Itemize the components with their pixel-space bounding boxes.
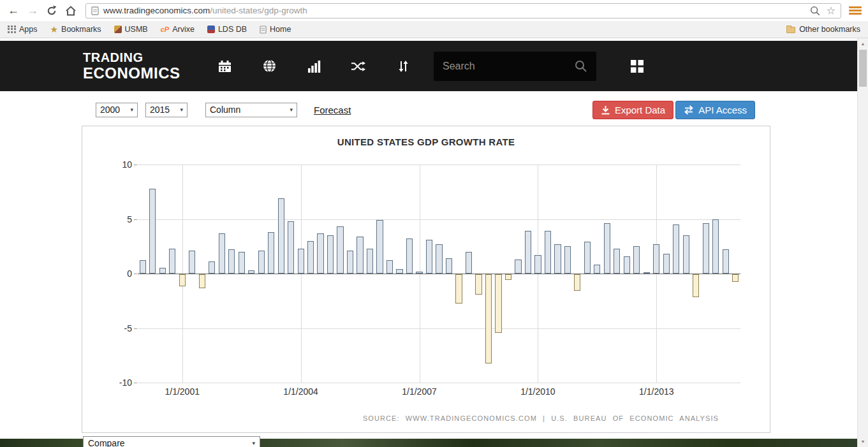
bookmark-arvixe[interactable]: cP Arvixe (161, 25, 195, 34)
bookmark-apps[interactable]: Apps (8, 25, 38, 34)
gdp-bar-2008-Q4[interactable] (485, 274, 492, 363)
compare-select[interactable]: Compare ▾ (83, 436, 260, 447)
gdp-bar-2014-Q1[interactable] (693, 274, 699, 297)
gdp-bar-2011-Q4[interactable] (604, 223, 610, 274)
gdp-bar-2006-Q3[interactable] (396, 269, 402, 274)
forecast-link[interactable]: Forecast (314, 105, 351, 115)
bookmark-star-icon[interactable]: ☆ (827, 6, 835, 16)
home-icon[interactable] (63, 3, 79, 19)
api-access-button[interactable]: API Access (675, 101, 755, 119)
gdp-bar-2012-Q3[interactable] (633, 246, 640, 274)
gdp-bar-2003-Q4[interactable] (288, 221, 294, 274)
gdp-bar-2001-Q4[interactable] (209, 261, 215, 274)
gdp-bar-2000-Q2[interactable] (149, 189, 156, 274)
action-buttons: Export Data API Access (592, 101, 755, 119)
search-icon[interactable] (575, 60, 587, 73)
calendar-icon[interactable] (217, 60, 232, 73)
url-text[interactable]: www.tradingeconomics.com/united-states/g… (103, 6, 804, 15)
gdp-bar-2013-Q2[interactable] (663, 254, 670, 274)
menu-icon[interactable] (848, 4, 863, 17)
bookmark-lds-db[interactable]: LDS DB (207, 25, 247, 34)
gdp-bar-2011-Q2[interactable] (584, 242, 591, 274)
gdp-bar-2000-Q3[interactable] (159, 268, 166, 274)
gdp-bar-2015-Q1[interactable] (732, 274, 739, 282)
bookmark-bookmarks[interactable]: ★ Bookmarks (50, 25, 101, 34)
gdp-bar-2006-Q1[interactable] (376, 220, 383, 274)
gdp-bar-2013-Q3[interactable] (673, 224, 679, 274)
gdp-bar-2009-Q4[interactable] (525, 231, 531, 274)
chart-type-value: Column (210, 105, 240, 115)
gdp-bar-2013-Q1[interactable] (653, 244, 659, 274)
start-year-select[interactable]: 2000 ▾ (96, 103, 138, 117)
forward-icon[interactable]: → (24, 3, 41, 19)
gdp-bar-2003-Q1[interactable] (258, 251, 265, 274)
gdp-bar-2001-Q1[interactable] (179, 274, 186, 286)
scrollbar-thumb[interactable] (859, 50, 867, 87)
gdp-bar-2004-Q1[interactable] (298, 249, 304, 274)
gdp-bar-2014-Q3[interactable] (712, 219, 719, 274)
gdp-bar-2010-Q4[interactable] (564, 246, 571, 274)
gdp-bar-2001-Q2[interactable] (189, 251, 195, 274)
reload-icon[interactable] (43, 3, 60, 19)
bookmark-usmb[interactable]: USMB (114, 25, 148, 34)
gdp-bar-2011-Q1[interactable] (574, 274, 580, 291)
scroll-down-icon[interactable]: ▼ (858, 437, 868, 446)
gdp-bar-2006-Q2[interactable] (386, 260, 393, 274)
gdp-bar-2000-Q1[interactable] (140, 260, 146, 274)
chart-type-select[interactable]: Column ▾ (205, 103, 297, 117)
gdp-bar-2005-Q4[interactable] (367, 249, 373, 274)
export-data-button[interactable]: Export Data (592, 101, 673, 119)
gdp-bar-2004-Q4[interactable] (327, 235, 334, 274)
gdp-bar-2004-Q2[interactable] (307, 241, 314, 274)
gdp-bar-2003-Q3[interactable] (278, 198, 284, 274)
gdp-bar-2010-Q1[interactable] (534, 255, 541, 274)
gdp-bar-2013-Q4[interactable] (683, 235, 689, 274)
gdp-bar-2009-Q1[interactable] (495, 274, 501, 333)
gdp-bar-2009-Q3[interactable] (515, 260, 521, 274)
gdp-bar-2010-Q3[interactable] (554, 244, 561, 274)
gdp-bar-2007-Q3[interactable] (436, 244, 442, 274)
scroll-up-icon[interactable]: ▲ (858, 39, 868, 48)
gdp-bar-2008-Q3[interactable] (475, 274, 482, 295)
gdp-bar-2012-Q1[interactable] (614, 249, 620, 274)
gdp-bar-2005-Q1[interactable] (337, 226, 343, 274)
shuffle-icon[interactable] (351, 60, 366, 73)
address-bar[interactable]: www.tradingeconomics.com/united-states/g… (85, 3, 841, 18)
site-logo[interactable]: TRADING ECONOMICS (83, 51, 193, 81)
gdp-bar-2007-Q2[interactable] (426, 240, 432, 274)
back-icon[interactable]: ← (5, 3, 22, 19)
gdp-bar-2011-Q3[interactable] (594, 265, 600, 274)
end-year-select[interactable]: 2015 ▾ (145, 103, 188, 117)
gdp-bar-2012-Q2[interactable] (624, 256, 630, 274)
gdp-bar-2002-Q3[interactable] (239, 252, 245, 274)
gdp-bar-2001-Q3[interactable] (199, 274, 205, 288)
gdp-bar-2009-Q2[interactable] (505, 274, 511, 280)
x-tick-label: 1/1/2013 (639, 386, 674, 397)
logo-line-2: ECONOMICS (83, 66, 193, 81)
sort-arrows-icon[interactable] (395, 60, 411, 73)
globe-icon[interactable] (261, 59, 277, 73)
lds-db-favicon (207, 26, 215, 33)
zoom-icon[interactable] (810, 6, 820, 16)
gdp-bar-2002-Q1[interactable] (219, 233, 225, 274)
gdp-bar-2007-Q4[interactable] (446, 258, 452, 274)
gdp-bar-2008-Q2[interactable] (466, 252, 472, 274)
search-input[interactable]: Search (434, 52, 596, 81)
bookmark-home[interactable]: Home (260, 25, 291, 34)
gdp-bar-2014-Q2[interactable] (703, 223, 709, 274)
gdp-bar-2005-Q3[interactable] (357, 237, 363, 274)
gdp-bar-2014-Q4[interactable] (723, 249, 729, 274)
gdp-bar-2000-Q4[interactable] (169, 249, 175, 274)
other-bookmarks[interactable]: Other bookmarks (786, 25, 860, 34)
gdp-bar-2002-Q2[interactable] (228, 249, 235, 274)
apps-panel-icon[interactable] (631, 60, 644, 73)
vertical-scrollbar[interactable]: ▲ ▼ (857, 38, 868, 447)
gdp-bar-2010-Q2[interactable] (545, 231, 551, 274)
gdp-bar-2005-Q2[interactable] (347, 251, 353, 274)
gdp-bar-2008-Q1[interactable] (455, 274, 462, 304)
bar-chart-icon[interactable] (306, 60, 321, 73)
gdp-bar-2003-Q2[interactable] (268, 232, 274, 274)
gdp-bar-2004-Q3[interactable] (317, 233, 323, 274)
gdp-bar-2006-Q4[interactable] (406, 238, 413, 274)
chevron-down-icon: ▾ (180, 106, 183, 113)
